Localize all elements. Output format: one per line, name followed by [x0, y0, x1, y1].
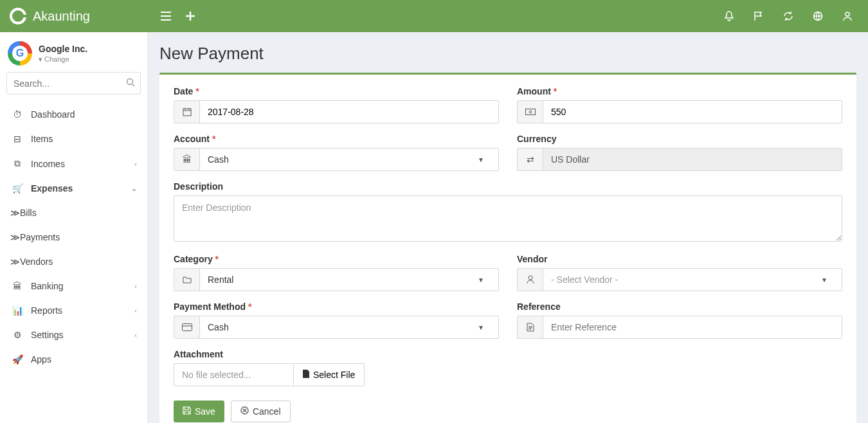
sidebar-item-settings[interactable]: ⚙Settings‹ — [0, 323, 147, 347]
cancel-icon — [240, 406, 249, 417]
gear-icon: ⚙ — [10, 330, 24, 340]
search-icon[interactable] — [126, 78, 135, 89]
menu-toggle-icon[interactable] — [159, 10, 172, 22]
save-button[interactable]: Save — [174, 401, 224, 422]
date-field[interactable] — [174, 100, 499, 123]
caret-down-icon: ▼ — [478, 276, 491, 284]
cancel-button[interactable]: Cancel — [231, 401, 291, 422]
sidebar-item-items[interactable]: ⊟Items — [0, 127, 147, 151]
sidebar-subitem-payments[interactable]: ≫Payments — [0, 225, 147, 249]
attachment-filename: No file selected... — [174, 363, 293, 386]
sidebar-item-expenses[interactable]: 🛒Expenses⌄ — [0, 176, 147, 201]
main-content: New Payment Date * Amount * — [148, 32, 868, 423]
account-label: Account * — [174, 134, 499, 144]
globe-icon[interactable] — [811, 10, 824, 22]
sidebar-item-banking[interactable]: 🏛Banking‹ — [0, 274, 147, 298]
svg-rect-7 — [182, 324, 192, 331]
svg-rect-3 — [183, 109, 191, 116]
company-logo-icon — [8, 41, 32, 66]
save-icon — [183, 406, 191, 417]
topbar: Akaunting — [0, 0, 868, 32]
chevron-down-icon: ⌄ — [131, 184, 137, 193]
svg-point-1 — [845, 12, 849, 16]
calendar-icon — [174, 101, 200, 123]
brand-name: Akaunting — [33, 9, 90, 24]
file-icon — [303, 370, 309, 380]
search-input[interactable] — [14, 78, 126, 89]
expenses-icon: 🛒 — [10, 183, 24, 194]
company-name: Google Inc. — [39, 44, 87, 54]
company-switcher[interactable]: Google Inc. ▾ Change — [0, 32, 147, 72]
sidebar-item-reports[interactable]: 📊Reports‹ — [0, 298, 147, 323]
rocket-icon: 🚀 — [10, 354, 24, 364]
sub-arrow-icon: ≫ — [10, 256, 20, 267]
chevron-left-icon: ‹ — [134, 307, 137, 314]
card-icon — [174, 316, 200, 338]
amount-field[interactable] — [517, 100, 842, 123]
svg-rect-4 — [525, 109, 535, 115]
sidebar-item-incomes[interactable]: ⧉Incomes‹ — [0, 151, 147, 176]
sub-arrow-icon: ≫ — [10, 232, 20, 242]
select-file-button[interactable]: Select File — [293, 363, 365, 386]
attachment-label: Attachment — [174, 349, 499, 359]
refresh-icon[interactable] — [782, 10, 795, 22]
user-icon[interactable] — [841, 10, 854, 22]
plus-icon[interactable] — [184, 10, 197, 22]
bank-icon: 🏛 — [10, 281, 24, 291]
payment-method-select[interactable]: Cash▼ — [174, 316, 499, 339]
svg-point-5 — [529, 111, 532, 113]
sidebar-subitem-vendors[interactable]: ≫Vendors — [0, 249, 147, 274]
amount-input[interactable] — [543, 101, 842, 123]
brand[interactable]: Akaunting — [0, 8, 148, 24]
caret-down-icon: ▼ — [478, 324, 491, 331]
folder-icon — [174, 269, 200, 291]
account-select[interactable]: 🏛 Cash▼ — [174, 148, 499, 171]
sidebar-item-apps[interactable]: 🚀Apps — [0, 347, 147, 372]
search-input-wrap — [6, 72, 141, 94]
amount-label: Amount * — [517, 86, 842, 96]
dashboard-icon: ⏱ — [10, 109, 24, 120]
category-label: Category * — [174, 254, 499, 264]
svg-point-2 — [127, 79, 133, 85]
sidebar: Google Inc. ▾ Change ⏱Dashboard ⊟Items ⧉… — [0, 32, 148, 423]
svg-point-6 — [529, 276, 532, 280]
bell-icon[interactable] — [723, 10, 736, 22]
file-text-icon — [518, 316, 543, 338]
sub-arrow-icon: ≫ — [10, 208, 20, 218]
description-input[interactable] — [174, 195, 842, 242]
currency-label: Currency — [517, 134, 842, 144]
currency-field: ⇄ US Dollar — [517, 148, 842, 171]
reports-icon: 📊 — [10, 305, 24, 316]
exchange-icon: ⇄ — [518, 148, 543, 170]
chevron-left-icon: ‹ — [134, 331, 137, 339]
page-title: New Payment — [159, 44, 856, 64]
brand-logo-icon — [10, 8, 26, 24]
date-label: Date * — [174, 86, 499, 96]
description-label: Description — [174, 181, 842, 192]
vendor-label: Vendor — [517, 254, 842, 264]
money-icon — [518, 101, 543, 123]
reference-input[interactable] — [543, 316, 842, 338]
form-card: Date * Amount * — [159, 73, 856, 423]
items-icon: ⊟ — [10, 134, 24, 144]
sidebar-item-dashboard[interactable]: ⏱Dashboard — [0, 102, 147, 127]
caret-down-icon: ▼ — [478, 156, 491, 163]
category-select[interactable]: Rental▼ — [174, 268, 499, 291]
payment-method-label: Payment Method * — [174, 302, 499, 312]
reference-label: Reference — [517, 302, 842, 312]
vendor-select[interactable]: - Select Vendor -▼ — [517, 268, 842, 291]
bank-icon: 🏛 — [174, 148, 200, 170]
sidebar-subitem-bills[interactable]: ≫Bills — [0, 201, 147, 225]
chevron-left-icon: ‹ — [134, 282, 137, 290]
incomes-icon: ⧉ — [10, 158, 24, 169]
person-icon — [518, 269, 543, 291]
chevron-left-icon: ‹ — [134, 160, 137, 168]
date-input[interactable] — [200, 101, 498, 123]
reference-field[interactable] — [517, 316, 842, 339]
caret-down-icon: ▼ — [821, 276, 834, 284]
flag-icon[interactable] — [752, 10, 765, 22]
company-change[interactable]: ▾ Change — [39, 55, 87, 64]
